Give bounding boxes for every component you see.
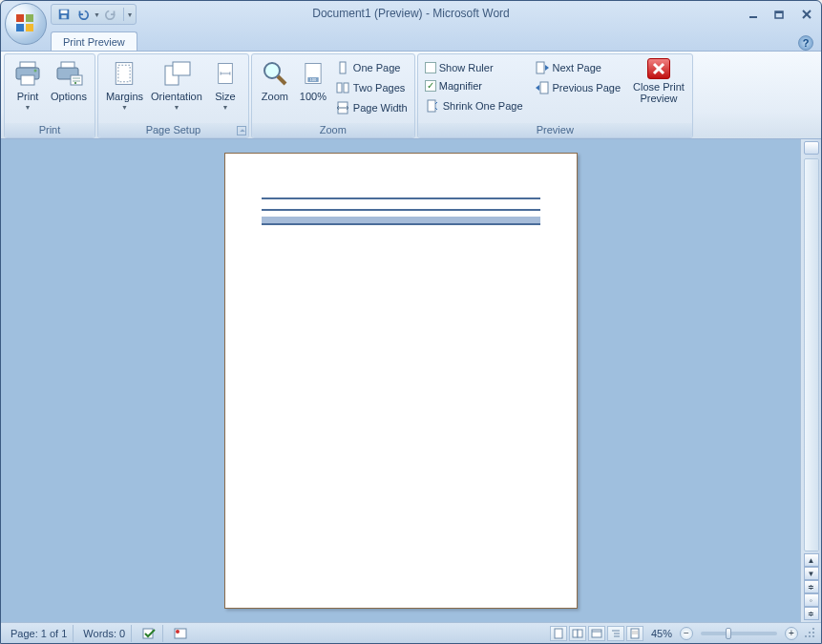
- browse-object-button[interactable]: ◦: [804, 593, 819, 607]
- shrink-one-page-button[interactable]: Shrink One Page: [422, 97, 526, 114]
- tab-print-preview[interactable]: Print Preview: [51, 31, 137, 51]
- svg-rect-33: [337, 83, 342, 93]
- status-proofing[interactable]: [136, 625, 163, 642]
- scroll-up-button[interactable]: ▲: [804, 553, 819, 567]
- svg-rect-14: [21, 75, 34, 85]
- svg-rect-37: [537, 62, 544, 73]
- status-macro[interactable]: [167, 625, 194, 642]
- web-layout-icon: [591, 628, 602, 639]
- group-page-setup: Margins ▼ Orientation ▼ Size ▼ Page Setu…: [97, 53, 249, 138]
- svg-rect-17: [61, 62, 74, 68]
- svg-point-60: [812, 635, 814, 637]
- zoom-slider-thumb[interactable]: [726, 628, 731, 639]
- help-button[interactable]: ?: [798, 35, 813, 51]
- magnifier-checkbox[interactable]: Magnifier: [422, 79, 526, 93]
- proofing-icon: [141, 626, 157, 641]
- zoom-level-label[interactable]: 45%: [645, 628, 678, 639]
- ribbon-tab-row: Print Preview ?: [1, 28, 821, 51]
- reading-icon: [572, 628, 583, 639]
- scroll-down-button[interactable]: ▼: [804, 567, 819, 580]
- zoom-in-button[interactable]: +: [785, 627, 798, 640]
- two-pages-icon: [335, 80, 350, 95]
- app-window: ▼ ▾ Document1 (Preview) - Microsoft Word…: [0, 0, 822, 644]
- office-logo-icon: [14, 12, 37, 35]
- previous-page-button[interactable]: Previous Page: [532, 79, 624, 96]
- group-label-preview: Preview: [418, 123, 692, 137]
- svg-point-58: [805, 635, 807, 637]
- prev-find-button[interactable]: ≑: [804, 580, 819, 593]
- next-find-button[interactable]: ≑: [804, 607, 819, 620]
- svg-rect-32: [340, 62, 346, 73]
- page-width-button[interactable]: Page Width: [332, 99, 411, 116]
- view-web-layout-button[interactable]: [588, 626, 605, 641]
- svg-rect-18: [71, 75, 82, 85]
- svg-point-21: [74, 82, 76, 84]
- magnifier-icon: [260, 58, 290, 89]
- next-page-button[interactable]: Next Page: [532, 59, 624, 76]
- zoom-button[interactable]: Zoom: [256, 56, 294, 102]
- view-draft-button[interactable]: [626, 626, 643, 641]
- zoom-out-button[interactable]: −: [680, 627, 693, 640]
- page-100-icon: 100: [301, 58, 326, 89]
- shrink-icon: [425, 98, 440, 114]
- close-icon: [802, 10, 811, 19]
- status-words[interactable]: Words: 0: [77, 625, 132, 642]
- print-button[interactable]: Print ▼: [9, 56, 47, 111]
- svg-rect-2: [16, 24, 24, 31]
- status-page[interactable]: Page: 1 of 1: [5, 625, 74, 642]
- svg-rect-3: [26, 24, 33, 31]
- restore-button[interactable]: [769, 7, 790, 22]
- size-button[interactable]: Size ▼: [206, 56, 244, 111]
- vertical-scrollbar[interactable]: [804, 158, 819, 551]
- group-label-zoom: Zoom: [252, 123, 414, 137]
- outline-icon: [610, 628, 622, 639]
- orientation-button[interactable]: Orientation ▼: [147, 56, 206, 111]
- group-label-print: Print: [5, 123, 95, 137]
- page-setup-launcher[interactable]: [237, 126, 246, 135]
- office-button[interactable]: [5, 3, 47, 45]
- svg-rect-38: [540, 82, 548, 93]
- svg-point-59: [809, 635, 811, 637]
- svg-rect-34: [344, 83, 348, 93]
- group-label-page-setup: Page Setup: [98, 123, 248, 137]
- print-layout-icon: [553, 628, 564, 639]
- minimize-button[interactable]: [743, 7, 764, 22]
- scrollbar-thumb[interactable]: [805, 159, 818, 551]
- view-outline-button[interactable]: [607, 626, 624, 641]
- page-content-line: [262, 209, 540, 211]
- group-print: Print ▼ Options Print: [4, 53, 95, 138]
- svg-line-28: [278, 76, 285, 84]
- close-print-preview-button[interactable]: Close PrintPreview: [629, 56, 688, 104]
- two-pages-button[interactable]: Two Pages: [332, 79, 411, 96]
- document-workspace: ▲ ▼ ≑ ◦ ≑: [1, 139, 821, 622]
- margins-icon: [111, 58, 137, 89]
- svg-rect-47: [592, 630, 601, 637]
- page-content-heading: [262, 217, 540, 225]
- svg-rect-45: [573, 630, 578, 637]
- resize-grip-icon: [804, 627, 815, 638]
- close-window-button[interactable]: [796, 7, 817, 22]
- page-width-icon: [335, 100, 350, 115]
- show-ruler-checkbox[interactable]: Show Ruler: [422, 61, 526, 74]
- svg-rect-25: [173, 62, 190, 75]
- one-page-button[interactable]: One Page: [332, 59, 411, 76]
- group-zoom: Zoom 100 100% One Page Two Pages: [251, 53, 415, 138]
- view-print-layout-button[interactable]: [550, 626, 567, 641]
- resize-grip[interactable]: [804, 627, 817, 640]
- status-bar: Page: 1 of 1 Words: 0 45% − +: [1, 622, 821, 643]
- zoom-100-button[interactable]: 100 100%: [294, 56, 332, 102]
- one-page-icon: [335, 60, 350, 75]
- options-button[interactable]: Options: [47, 56, 91, 102]
- margins-button[interactable]: Margins ▼: [102, 56, 147, 111]
- ruler-toggle-button[interactable]: [804, 141, 819, 155]
- svg-point-55: [812, 628, 814, 630]
- title-bar: ▼ ▾ Document1 (Preview) - Microsoft Word: [1, 1, 821, 28]
- document-page: [224, 153, 578, 609]
- view-full-screen-reading-button[interactable]: [569, 626, 586, 641]
- svg-rect-44: [555, 629, 562, 638]
- document-viewport[interactable]: [1, 139, 800, 622]
- zoom-slider[interactable]: [701, 632, 777, 635]
- window-title: Document1 (Preview) - Microsoft Word: [1, 7, 821, 20]
- options-icon: [53, 58, 84, 89]
- checkbox-icon: [425, 62, 436, 73]
